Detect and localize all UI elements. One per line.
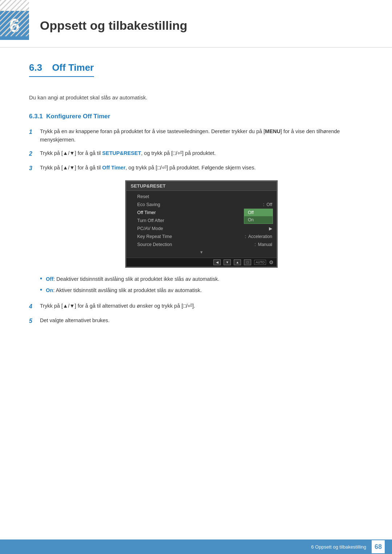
menu-item-pcav-mode: PC/AV Mode ▶: [126, 225, 277, 233]
footer-page-number: 68: [372, 540, 385, 553]
ctrl-power-icon: ⚙: [269, 259, 274, 265]
ctrl-btn-up: ▲: [234, 259, 241, 265]
page-footer: 6 Oppsett og tilbakestilling 68: [0, 539, 392, 554]
chapter-header: 6 Oppsett og tilbakestilling: [0, 0, 392, 48]
subsection-title: 6.3.1 Konfigurere Off Timer: [29, 113, 363, 120]
step-5: 5 Det valgte alternativet brukes.: [29, 316, 363, 326]
steps-list: 1 Trykk på en av knappene foran på produ…: [29, 127, 363, 173]
bullet-on: • On: Aktiver tidsinnstilt avslåing slik…: [40, 286, 363, 295]
menu-item-off-timer: Off Timer : Off On: [126, 209, 277, 217]
control-bar: ◀ ▼ ▲ □ AUTO ⚙: [126, 258, 277, 267]
bullet-off: • Off: Deaktiver tidsinnstilt avslåing s…: [40, 275, 363, 283]
dropdown-option-off: Off: [244, 209, 273, 216]
step-3: 3 Trykk på [▲/▼] for å gå til Off Timer,…: [29, 164, 363, 173]
step-4: 4 Trykk på [▲/▼] for å gå til alternativ…: [29, 302, 363, 311]
chapter-title: Oppsett og tilbakestilling: [40, 19, 187, 33]
menu-item-source-detection: Source Detection : Manual: [126, 241, 277, 249]
menu-items-list: Reset Eco Saving : Off Off Timer :: [126, 191, 277, 258]
menu-item-eco-saving: Eco Saving : Off: [126, 201, 277, 209]
step-1: 1 Trykk på en av knappene foran på produ…: [29, 127, 363, 144]
main-content: 6.3 Off Timer Du kan angi at produktet s…: [0, 62, 392, 362]
section-intro: Du kan angi at produktet skal slås av au…: [29, 93, 363, 102]
menu-title-bar: SETUP&RESET: [126, 181, 277, 191]
menu-item-reset: Reset: [126, 193, 277, 201]
ctrl-btn-down: ▼: [224, 259, 231, 265]
footer-chapter-text: 6 Oppsett og tilbakestilling: [311, 544, 366, 550]
ctrl-auto: AUTO: [254, 260, 266, 265]
stripe-decoration: [0, 0, 29, 36]
menu-window: SETUP&RESET Reset Eco Saving : Off Off T: [126, 181, 277, 267]
steps-list-2: 4 Trykk på [▲/▼] for å gå til alternativ…: [29, 302, 363, 325]
menu-item-key-repeat: Key Repeat Time : Acceleration: [126, 233, 277, 241]
ctrl-btn-prev: ◀: [213, 259, 221, 265]
step-2: 2 Trykk på [▲/▼] for å gå til SETUP&RESE…: [29, 149, 363, 159]
section-title: 6.3 Off Timer: [29, 62, 94, 77]
menu-item-turn-off-after: Turn Off After: [126, 217, 277, 225]
monitor-screen: SETUP&RESET Reset Eco Saving : Off Off T: [125, 180, 278, 268]
menu-item-more: ▼: [126, 249, 277, 256]
bullet-list: • Off: Deaktiver tidsinnstilt avslåing s…: [40, 275, 363, 295]
ctrl-btn-enter: □: [244, 259, 251, 265]
monitor-screenshot: SETUP&RESET Reset Eco Saving : Off Off T: [40, 180, 363, 268]
